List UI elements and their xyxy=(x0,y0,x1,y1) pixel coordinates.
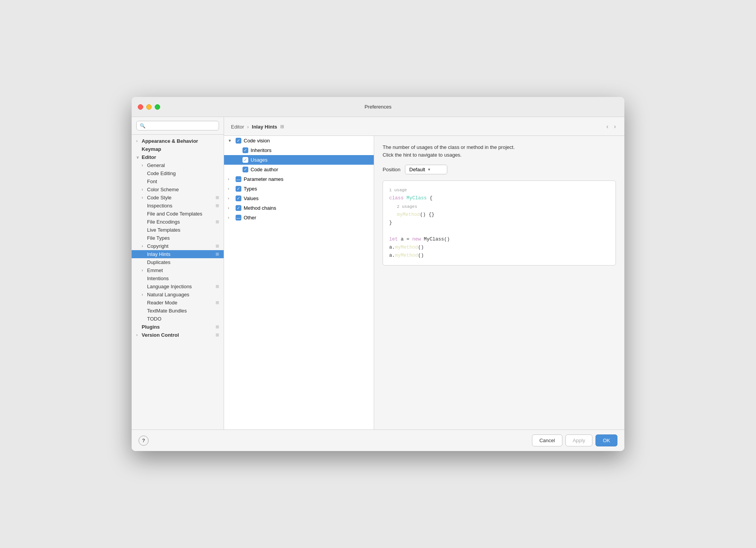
checkbox-types[interactable]: ✓ xyxy=(236,186,241,192)
checkbox-code-vision[interactable]: ✓ xyxy=(236,138,241,144)
position-value: Default xyxy=(409,167,425,172)
inlay-item-label: Inheritors xyxy=(251,147,271,153)
apply-button[interactable]: Apply xyxy=(565,434,593,446)
cancel-button[interactable]: Cancel xyxy=(532,434,562,446)
forward-button[interactable]: › xyxy=(612,122,617,131)
search-wrapper[interactable]: 🔍 xyxy=(136,121,219,130)
sidebar-item-plugins[interactable]: Plugins ⊞ xyxy=(132,323,224,331)
code-var-assignment: a = xyxy=(398,237,413,242)
close-button[interactable] xyxy=(138,104,143,110)
position-select[interactable]: Default ▾ xyxy=(405,165,447,174)
inlay-item-label: Parameter names xyxy=(244,176,283,182)
sidebar-item-general[interactable]: › General xyxy=(132,161,224,169)
sidebar: 🔍 › Appearance & Behavior Keymap ∨ xyxy=(132,117,224,429)
sidebar-item-label: Keymap xyxy=(142,146,219,152)
sidebar-item-label: Copyright xyxy=(147,243,216,249)
sidebar-item-label: TODO xyxy=(147,316,219,322)
sidebar-item-version-control[interactable]: › Version Control ⊞ xyxy=(132,331,224,339)
sidebar-item-label: Code Style xyxy=(147,195,216,200)
hint-2-usages: 2 usages xyxy=(397,204,417,209)
sidebar-item-file-code-templates[interactable]: File and Code Templates xyxy=(132,210,224,218)
inlay-item-values[interactable]: › ✓ Values xyxy=(224,194,374,203)
checkbox-usages[interactable]: ✓ xyxy=(243,157,248,163)
sidebar-item-intentions[interactable]: Intentions xyxy=(132,274,224,282)
expand-icon: › xyxy=(136,333,142,337)
sidebar-item-font[interactable]: Font xyxy=(132,177,224,185)
main-content-area: 🔍 › Appearance & Behavior Keymap ∨ xyxy=(132,117,624,429)
settings-icon: ⊞ xyxy=(216,324,219,329)
sidebar-item-inspections[interactable]: Inspections ⊞ xyxy=(132,202,224,210)
inlay-item-code-vision[interactable]: ▼ ✓ Code vision xyxy=(224,136,374,145)
expand-icon: › xyxy=(142,195,147,200)
sidebar-item-file-encodings[interactable]: File Encodings ⊞ xyxy=(132,218,224,226)
sidebar-item-inlay-hints[interactable]: Inlay Hints ⊞ xyxy=(132,250,224,258)
sidebar-item-todo[interactable]: TODO xyxy=(132,315,224,323)
settings-badge-icon: ⊞ xyxy=(280,124,284,129)
search-input[interactable] xyxy=(148,123,216,129)
checkbox-values[interactable]: ✓ xyxy=(236,195,241,201)
sidebar-item-appearance[interactable]: › Appearance & Behavior xyxy=(132,137,224,145)
back-button[interactable]: ‹ xyxy=(605,122,610,131)
sidebar-item-duplicates[interactable]: Duplicates xyxy=(132,258,224,266)
inlay-item-label: Code vision xyxy=(244,138,270,144)
code-keyword-let: let xyxy=(389,237,398,242)
sidebar-item-textmate-bundles[interactable]: TextMate Bundles xyxy=(132,307,224,315)
sidebar-item-label: File Types xyxy=(147,235,219,241)
code-call-parens-1: () xyxy=(418,245,424,250)
inlay-item-other[interactable]: › — Other xyxy=(224,213,374,222)
sidebar-item-label: Color Scheme xyxy=(147,187,219,192)
expand-icon: › xyxy=(142,163,147,167)
checkbox-parameter-names[interactable]: — xyxy=(236,176,241,182)
settings-icon: ⊞ xyxy=(216,195,219,200)
checkbox-other[interactable]: — xyxy=(236,215,241,221)
bottom-buttons: Cancel Apply OK xyxy=(532,434,617,446)
sidebar-item-color-scheme[interactable]: › Color Scheme xyxy=(132,185,224,194)
maximize-button[interactable] xyxy=(155,104,160,110)
sidebar-item-code-style[interactable]: › Code Style ⊞ xyxy=(132,194,224,202)
code-method-name: myMethod xyxy=(395,245,418,250)
ok-button[interactable]: OK xyxy=(595,434,617,446)
sidebar-item-label: Reader Mode xyxy=(147,300,216,306)
sidebar-item-label: Language Injections xyxy=(147,284,216,289)
sidebar-item-natural-languages[interactable]: › Natural Languages xyxy=(132,291,224,299)
sidebar-item-label: TextMate Bundles xyxy=(147,308,219,314)
expand-icon: › xyxy=(228,206,233,210)
checkbox-code-author[interactable]: ✓ xyxy=(243,167,248,172)
sidebar-item-label: Font xyxy=(147,179,219,184)
checkbox-inheritors[interactable]: ✓ xyxy=(243,147,248,153)
code-method-name-2: myMethod xyxy=(395,253,418,258)
position-label: Position xyxy=(383,167,400,172)
traffic-lights xyxy=(138,104,160,110)
expand-icon: › xyxy=(142,187,147,192)
inlay-item-usages[interactable]: ✓ Usages xyxy=(224,155,374,165)
description-text: The number of usages of the class or met… xyxy=(383,144,616,159)
settings-icon: ⊞ xyxy=(216,203,219,208)
inlay-item-parameter-names[interactable]: › — Parameter names xyxy=(224,174,374,184)
inlay-item-label: Code author xyxy=(251,167,278,172)
inlay-item-code-author[interactable]: ✓ Code author xyxy=(224,165,374,174)
sidebar-item-emmet[interactable]: › Emmet xyxy=(132,266,224,274)
help-button[interactable]: ? xyxy=(139,436,149,446)
expand-icon: ▼ xyxy=(228,139,233,143)
sidebar-item-label: Intentions xyxy=(147,276,219,281)
settings-icon: ⊞ xyxy=(216,219,219,224)
inlay-item-label: Usages xyxy=(251,157,268,163)
expand-icon: › xyxy=(142,268,147,272)
inlay-item-types[interactable]: › ✓ Types xyxy=(224,184,374,194)
code-brace-open: { xyxy=(430,195,433,201)
inlay-item-label: Other xyxy=(244,215,256,221)
inlay-item-inheritors[interactable]: ✓ Inheritors xyxy=(224,145,374,155)
sidebar-item-live-templates[interactable]: Live Templates xyxy=(132,226,224,234)
checkbox-method-chains[interactable]: ✓ xyxy=(236,205,241,211)
sidebar-item-reader-mode[interactable]: Reader Mode ⊞ xyxy=(132,299,224,307)
sidebar-item-copyright[interactable]: › Copyright ⊞ xyxy=(132,242,224,250)
sidebar-item-language-injections[interactable]: Language Injections ⊞ xyxy=(132,282,224,291)
sidebar-item-label: Emmet xyxy=(147,267,219,273)
inlay-item-method-chains[interactable]: › ✓ Method chains xyxy=(224,203,374,213)
sidebar-item-editor[interactable]: ∨ Editor xyxy=(132,153,224,161)
minimize-button[interactable] xyxy=(146,104,152,110)
sidebar-item-keymap[interactable]: Keymap xyxy=(132,145,224,153)
sidebar-item-file-types[interactable]: File Types xyxy=(132,234,224,242)
inlay-item-label: Types xyxy=(244,186,257,192)
sidebar-item-code-editing[interactable]: Code Editing xyxy=(132,169,224,177)
